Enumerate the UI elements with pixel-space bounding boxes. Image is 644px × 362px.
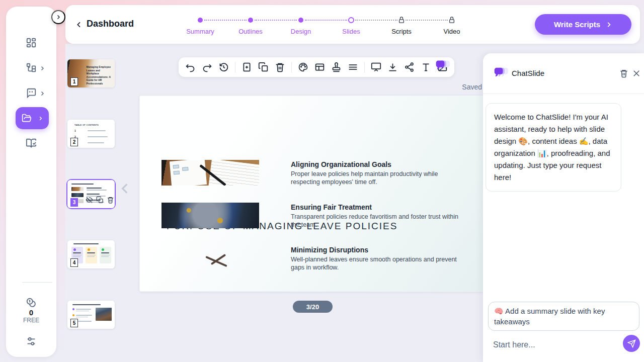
credits-tier-label: FREE bbox=[6, 317, 56, 324]
step-label-summary[interactable]: Summary bbox=[186, 28, 214, 35]
align-text-icon[interactable] bbox=[348, 62, 358, 72]
chatslide-assistant-toggle[interactable] bbox=[435, 59, 450, 74]
export-download-icon[interactable] bbox=[387, 62, 398, 72]
thumbnail-number-badge: 1 bbox=[70, 77, 78, 86]
thumbnail-number-badge: 4 bbox=[70, 258, 78, 267]
hide-slide-eye-off-icon[interactable] bbox=[86, 196, 93, 204]
present-icon[interactable] bbox=[371, 62, 381, 72]
slide-text-block[interactable]: Minimizing Disruptions Well-planned leav… bbox=[291, 246, 462, 272]
slide-thumbnail-5[interactable]: 5 bbox=[67, 301, 115, 329]
step-dot-summary[interactable] bbox=[198, 18, 203, 23]
sidebar-item-projects-active[interactable] bbox=[16, 107, 49, 129]
brand-stamp-icon[interactable] bbox=[331, 62, 342, 72]
outline-tree-icon[interactable] bbox=[25, 62, 37, 74]
toolbar-divider bbox=[291, 62, 292, 73]
slide-image-drone[interactable] bbox=[162, 245, 259, 271]
chevron-right-icon[interactable] bbox=[39, 65, 45, 71]
write-scripts-label: Write Scripts bbox=[554, 20, 600, 29]
chatslide-logo-icon bbox=[493, 66, 508, 80]
close-panel-icon[interactable] bbox=[632, 69, 641, 78]
thumbnail-hover-actions bbox=[86, 196, 114, 204]
step-label-design[interactable]: Design bbox=[291, 28, 311, 35]
stepper-connector bbox=[204, 20, 247, 21]
thumbnail-number-badge: 2 bbox=[70, 138, 78, 146]
stepper-connector bbox=[406, 20, 448, 21]
slide-text-block[interactable]: Aligning Organizational Goals Proper lea… bbox=[291, 160, 462, 186]
page-indicator: 3/20 bbox=[293, 301, 333, 313]
comments-icon[interactable] bbox=[25, 87, 37, 99]
slide-thumbnail-3-selected[interactable]: 3 bbox=[67, 180, 115, 208]
top-header: Dashboard Summary Outlines Design Slides… bbox=[65, 5, 640, 44]
credits-amount: 0 bbox=[6, 308, 56, 317]
step-label-outlines[interactable]: Outlines bbox=[238, 28, 263, 35]
stepper-connector bbox=[255, 20, 297, 21]
step-label-scripts[interactable]: Scripts bbox=[391, 28, 412, 35]
library-book-icon[interactable] bbox=[25, 137, 37, 149]
chevron-right-icon bbox=[38, 116, 43, 121]
slide-item-body: Well-planned leaves ensure smooth operat… bbox=[291, 256, 462, 272]
slide-canvas[interactable]: PURPOSE OF MANAGING LEAVE POLICIES Align… bbox=[139, 96, 485, 292]
toc-number: 1 bbox=[74, 129, 76, 132]
duplicate-slide-icon[interactable] bbox=[96, 196, 104, 204]
thumbnail-scroll-left-chevron[interactable] bbox=[119, 180, 132, 197]
slide-item-heading: Ensuring Fair Treatment bbox=[291, 203, 462, 211]
slide-item-body: Proper leave policies help maintain prod… bbox=[291, 170, 462, 186]
step-label-video[interactable]: Video bbox=[443, 28, 460, 35]
step-label-slides[interactable]: Slides bbox=[342, 28, 360, 35]
slide-item-heading: Aligning Organizational Goals bbox=[291, 160, 462, 168]
chevron-right-icon bbox=[605, 21, 612, 28]
slide-text-block[interactable]: Ensuring Fair Treatment Transparent poli… bbox=[291, 203, 462, 229]
chat-input[interactable] bbox=[489, 335, 605, 355]
chevron-left-icon bbox=[75, 21, 83, 29]
toc-heading: TABLE OF CONTENTS bbox=[74, 124, 99, 126]
paper-plane-icon bbox=[627, 339, 636, 348]
slide-item-heading: Minimizing Disruptions bbox=[291, 246, 462, 254]
sidebar-expand-button[interactable] bbox=[51, 10, 65, 24]
preferences-sliders-icon[interactable] bbox=[25, 335, 37, 347]
chat-header: ChatSlide bbox=[483, 53, 644, 94]
duplicate-page-icon[interactable] bbox=[258, 62, 269, 72]
delete-slide-icon[interactable] bbox=[107, 196, 114, 204]
undo-icon[interactable] bbox=[185, 62, 196, 72]
thumbnail-number-badge: 3 bbox=[70, 198, 78, 207]
thumbnail-number-badge: 5 bbox=[70, 319, 78, 327]
slide-image-goals[interactable] bbox=[162, 160, 259, 186]
share-icon[interactable] bbox=[404, 62, 415, 72]
clear-chat-trash-icon[interactable] bbox=[619, 69, 628, 78]
toolbar-divider bbox=[364, 62, 365, 73]
slide-item-body: Transparent policies reduce favoritism a… bbox=[291, 213, 462, 229]
step-dot-slides-current[interactable] bbox=[348, 17, 354, 23]
stepper-connector bbox=[305, 20, 347, 21]
redo-icon[interactable] bbox=[202, 62, 212, 72]
send-button[interactable] bbox=[623, 335, 640, 352]
chevron-right-icon bbox=[55, 14, 61, 20]
lock-icon bbox=[398, 16, 406, 24]
sidebar-divider bbox=[22, 282, 52, 283]
slide-thumbnail-1[interactable]: Managing Employee Leaves and Workplace A… bbox=[67, 59, 115, 87]
add-page-icon[interactable] bbox=[242, 62, 252, 72]
editor-toolbar bbox=[179, 57, 454, 77]
chatslide-panel: ChatSlide Welcome to ChatSlide! I'm your… bbox=[483, 53, 644, 362]
credits-coins-icon[interactable] bbox=[25, 297, 37, 309]
delete-page-icon[interactable] bbox=[275, 62, 285, 72]
folder-open-icon bbox=[22, 113, 32, 123]
step-dot-design[interactable] bbox=[298, 18, 303, 23]
back-button[interactable] bbox=[72, 18, 86, 31]
chevron-right-icon[interactable] bbox=[39, 90, 45, 97]
write-scripts-button[interactable]: Write Scripts bbox=[535, 14, 631, 35]
dashboard-grid-icon[interactable] bbox=[25, 37, 37, 49]
theme-palette-icon[interactable] bbox=[298, 62, 308, 72]
slide-image-armor[interactable] bbox=[162, 203, 259, 228]
slide-thumbnail-4[interactable]: 4 bbox=[67, 240, 115, 268]
layout-icon[interactable] bbox=[314, 62, 325, 72]
slide-thumbnail-2[interactable]: TABLE OF CONTENTS 1 2 3 2 bbox=[67, 120, 115, 148]
page-title: Dashboard bbox=[87, 19, 134, 29]
add-text-icon[interactable] bbox=[421, 62, 431, 72]
toolbar-divider bbox=[235, 62, 235, 73]
stepper-connector bbox=[355, 20, 397, 21]
chat-header-divider bbox=[483, 94, 644, 94]
step-dot-outlines[interactable] bbox=[248, 18, 253, 23]
chat-panel-title: ChatSlide bbox=[512, 69, 544, 77]
suggestion-chip[interactable]: 🧠 Add a summary slide with key takeaways bbox=[488, 302, 639, 331]
history-icon[interactable] bbox=[218, 62, 229, 72]
